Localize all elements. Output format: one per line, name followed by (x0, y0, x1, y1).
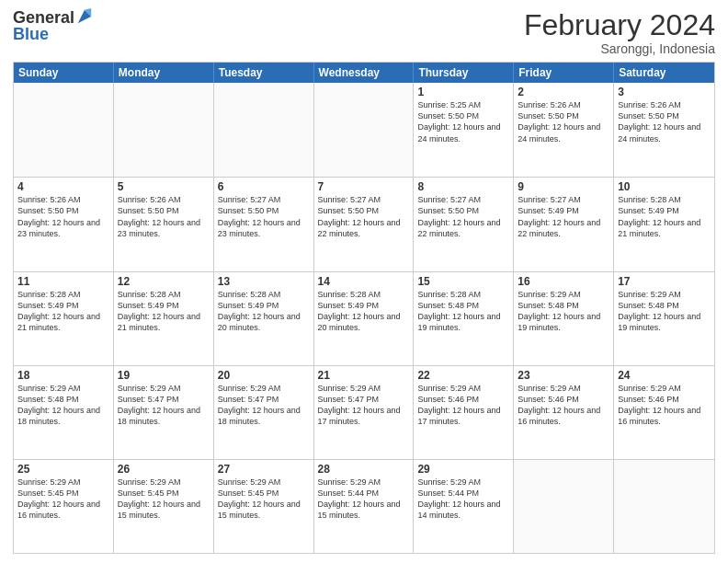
day-info: Sunrise: 5:28 AM Sunset: 5:49 PM Dayligh… (618, 194, 711, 239)
calendar-row-4: 25Sunrise: 5:29 AM Sunset: 5:45 PM Dayli… (14, 459, 714, 553)
day-number: 27 (218, 463, 310, 476)
day-number: 10 (618, 180, 711, 193)
day-number: 13 (218, 275, 310, 288)
calendar-cell (314, 83, 415, 177)
day-info: Sunrise: 5:28 AM Sunset: 5:48 PM Dayligh… (417, 289, 509, 334)
calendar-cell: 5Sunrise: 5:26 AM Sunset: 5:50 PM Daylig… (114, 178, 214, 270)
logo-bird-icon (76, 6, 93, 27)
calendar-cell: 9Sunrise: 5:27 AM Sunset: 5:49 PM Daylig… (514, 178, 614, 270)
calendar-cell: 16Sunrise: 5:29 AM Sunset: 5:48 PM Dayli… (514, 272, 614, 365)
calendar-cell: 1Sunrise: 5:25 AM Sunset: 5:50 PM Daylig… (414, 83, 514, 177)
day-info: Sunrise: 5:28 AM Sunset: 5:49 PM Dayligh… (218, 289, 310, 334)
day-number: 17 (618, 275, 711, 288)
day-number: 20 (218, 369, 310, 382)
header-cell-wednesday: Wednesday (314, 63, 415, 83)
calendar-cell: 18Sunrise: 5:29 AM Sunset: 5:48 PM Dayli… (14, 366, 114, 459)
calendar-cell: 23Sunrise: 5:29 AM Sunset: 5:46 PM Dayli… (514, 366, 614, 459)
day-info: Sunrise: 5:26 AM Sunset: 5:50 PM Dayligh… (118, 194, 210, 239)
day-info: Sunrise: 5:29 AM Sunset: 5:46 PM Dayligh… (417, 383, 509, 428)
day-number: 14 (318, 275, 410, 288)
header-cell-friday: Friday (514, 63, 614, 83)
calendar-body: 1Sunrise: 5:25 AM Sunset: 5:50 PM Daylig… (14, 83, 714, 553)
day-number: 29 (417, 463, 509, 476)
day-info: Sunrise: 5:29 AM Sunset: 5:47 PM Dayligh… (118, 383, 210, 428)
calendar-header: SundayMondayTuesdayWednesdayThursdayFrid… (14, 63, 714, 83)
day-info: Sunrise: 5:27 AM Sunset: 5:50 PM Dayligh… (417, 194, 509, 239)
calendar-cell: 15Sunrise: 5:28 AM Sunset: 5:48 PM Dayli… (414, 272, 514, 365)
day-info: Sunrise: 5:29 AM Sunset: 5:45 PM Dayligh… (118, 477, 210, 522)
calendar-cell (114, 83, 214, 177)
calendar-row-2: 11Sunrise: 5:28 AM Sunset: 5:49 PM Dayli… (14, 271, 714, 365)
calendar-cell: 4Sunrise: 5:26 AM Sunset: 5:50 PM Daylig… (14, 178, 114, 270)
day-number: 15 (417, 275, 509, 288)
day-number: 5 (118, 180, 210, 193)
calendar-cell: 27Sunrise: 5:29 AM Sunset: 5:45 PM Dayli… (214, 460, 314, 553)
day-number: 23 (518, 369, 609, 382)
day-info: Sunrise: 5:29 AM Sunset: 5:46 PM Dayligh… (618, 383, 711, 428)
day-info: Sunrise: 5:25 AM Sunset: 5:50 PM Dayligh… (417, 99, 509, 144)
calendar-cell: 6Sunrise: 5:27 AM Sunset: 5:50 PM Daylig… (214, 178, 314, 270)
day-info: Sunrise: 5:26 AM Sunset: 5:50 PM Dayligh… (618, 99, 711, 144)
day-info: Sunrise: 5:29 AM Sunset: 5:44 PM Dayligh… (417, 477, 509, 522)
calendar-row-1: 4Sunrise: 5:26 AM Sunset: 5:50 PM Daylig… (14, 177, 714, 270)
calendar-cell: 19Sunrise: 5:29 AM Sunset: 5:47 PM Dayli… (114, 366, 214, 459)
calendar-cell: 28Sunrise: 5:29 AM Sunset: 5:44 PM Dayli… (314, 460, 415, 553)
calendar-cell: 24Sunrise: 5:29 AM Sunset: 5:46 PM Dayli… (614, 366, 714, 459)
day-info: Sunrise: 5:29 AM Sunset: 5:46 PM Dayligh… (518, 383, 609, 428)
calendar-cell: 10Sunrise: 5:28 AM Sunset: 5:49 PM Dayli… (614, 178, 714, 270)
day-info: Sunrise: 5:28 AM Sunset: 5:49 PM Dayligh… (17, 289, 109, 334)
calendar-cell: 11Sunrise: 5:28 AM Sunset: 5:49 PM Dayli… (14, 272, 114, 365)
month-title: February 2024 (524, 9, 715, 41)
day-number: 8 (417, 180, 509, 193)
calendar-cell: 17Sunrise: 5:29 AM Sunset: 5:48 PM Dayli… (614, 272, 714, 365)
calendar-cell: 3Sunrise: 5:26 AM Sunset: 5:50 PM Daylig… (614, 83, 714, 177)
logo-blue: Blue (13, 26, 93, 44)
day-number: 18 (17, 369, 109, 382)
calendar-cell: 29Sunrise: 5:29 AM Sunset: 5:44 PM Dayli… (414, 460, 514, 553)
calendar-cell: 22Sunrise: 5:29 AM Sunset: 5:46 PM Dayli… (414, 366, 514, 459)
calendar-cell (514, 460, 614, 553)
day-info: Sunrise: 5:29 AM Sunset: 5:48 PM Dayligh… (518, 289, 609, 334)
calendar-cell: 25Sunrise: 5:29 AM Sunset: 5:45 PM Dayli… (14, 460, 114, 553)
day-number: 26 (118, 463, 210, 476)
calendar-cell: 13Sunrise: 5:28 AM Sunset: 5:49 PM Dayli… (214, 272, 314, 365)
day-info: Sunrise: 5:27 AM Sunset: 5:49 PM Dayligh… (518, 194, 609, 239)
day-number: 22 (417, 369, 509, 382)
day-number: 3 (618, 86, 711, 98)
day-number: 1 (417, 86, 509, 98)
day-number: 19 (118, 369, 210, 382)
day-number: 9 (518, 180, 609, 193)
day-info: Sunrise: 5:29 AM Sunset: 5:47 PM Dayligh… (218, 383, 310, 428)
logo: General Blue (13, 9, 93, 44)
calendar-cell: 20Sunrise: 5:29 AM Sunset: 5:47 PM Dayli… (214, 366, 314, 459)
subtitle: Saronggi, Indonesia (524, 41, 715, 56)
day-info: Sunrise: 5:28 AM Sunset: 5:49 PM Dayligh… (318, 289, 410, 334)
day-number: 12 (118, 275, 210, 288)
day-info: Sunrise: 5:29 AM Sunset: 5:44 PM Dayligh… (318, 477, 410, 522)
calendar-row-0: 1Sunrise: 5:25 AM Sunset: 5:50 PM Daylig… (14, 83, 714, 177)
calendar-page: General Blue February 2024 Saronggi, Ind… (0, 0, 728, 563)
day-info: Sunrise: 5:29 AM Sunset: 5:47 PM Dayligh… (318, 383, 410, 428)
calendar-cell: 26Sunrise: 5:29 AM Sunset: 5:45 PM Dayli… (114, 460, 214, 553)
logo-text: General Blue (13, 9, 93, 44)
day-info: Sunrise: 5:29 AM Sunset: 5:48 PM Dayligh… (618, 289, 711, 334)
day-info: Sunrise: 5:27 AM Sunset: 5:50 PM Dayligh… (218, 194, 310, 239)
calendar-cell: 7Sunrise: 5:27 AM Sunset: 5:50 PM Daylig… (314, 178, 415, 270)
day-info: Sunrise: 5:28 AM Sunset: 5:49 PM Dayligh… (118, 289, 210, 334)
day-number: 21 (318, 369, 410, 382)
day-number: 4 (17, 180, 109, 193)
day-number: 7 (318, 180, 410, 193)
day-info: Sunrise: 5:27 AM Sunset: 5:50 PM Dayligh… (318, 194, 410, 239)
header-cell-tuesday: Tuesday (214, 63, 314, 83)
day-info: Sunrise: 5:26 AM Sunset: 5:50 PM Dayligh… (17, 194, 109, 239)
day-number: 25 (17, 463, 109, 476)
header-cell-sunday: Sunday (14, 63, 114, 83)
day-number: 2 (518, 86, 609, 98)
calendar-cell: 2Sunrise: 5:26 AM Sunset: 5:50 PM Daylig… (514, 83, 614, 177)
calendar-cell: 21Sunrise: 5:29 AM Sunset: 5:47 PM Dayli… (314, 366, 415, 459)
day-number: 6 (218, 180, 310, 193)
calendar-cell (614, 460, 714, 553)
calendar: SundayMondayTuesdayWednesdayThursdayFrid… (13, 62, 715, 554)
calendar-cell: 14Sunrise: 5:28 AM Sunset: 5:49 PM Dayli… (314, 272, 415, 365)
calendar-cell (214, 83, 314, 177)
